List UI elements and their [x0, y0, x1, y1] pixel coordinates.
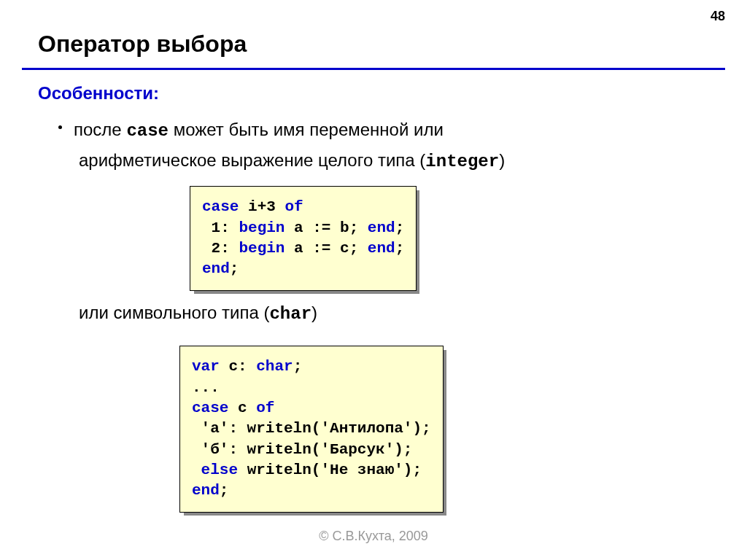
bullet-item: после case может быть имя переменной или: [0, 104, 747, 146]
slide-title: Оператор выбора: [0, 0, 747, 58]
code-block-2: var c: char; ... case c of 'а': writeln(…: [179, 346, 444, 512]
code-block-1: case i+3 of 1: begin a := b; end; 2: beg…: [190, 186, 417, 290]
section-heading: Особенности:: [0, 70, 747, 104]
copyright-text: © С.В.Кухта, 2009: [0, 529, 747, 544]
bullet-text-line2: арифметическое выражение целого типа (in…: [0, 146, 747, 176]
bullet-dot-icon: [58, 125, 62, 129]
page-number: 48: [711, 9, 725, 24]
bullet-text-line1: после case может быть имя переменной или: [74, 115, 444, 146]
middle-text: или символьного типа (char): [0, 298, 747, 329]
